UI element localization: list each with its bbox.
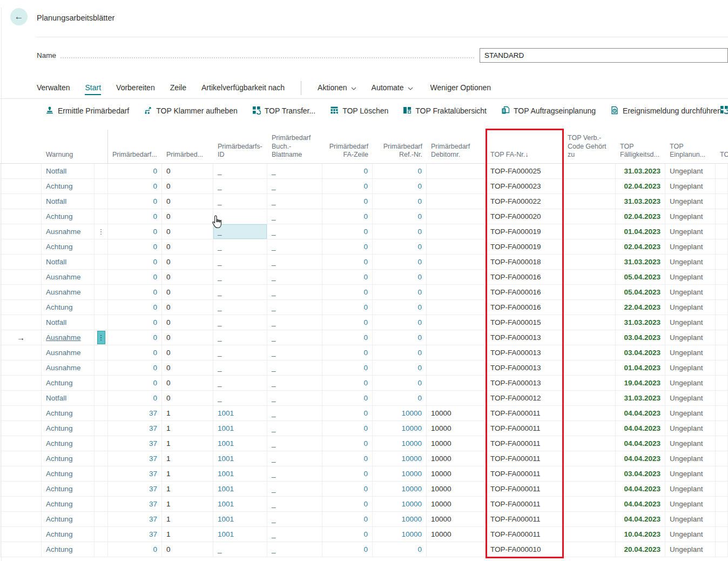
fa_nr-cell[interactable]: TOP-FA000019 [486,224,563,239]
id-cell[interactable]: _ [213,345,267,360]
id-cell[interactable]: 1001 [213,512,267,527]
menu-tab-zeile[interactable]: Zeile [170,83,186,95]
cut-cell[interactable] [716,436,728,451]
row-menu-cell[interactable] [95,300,108,315]
einplanung-cell[interactable]: Ungeplant [665,527,716,542]
faellig-cell[interactable]: 03.04.2023 [616,330,665,345]
bedarf1-cell[interactable]: 0 [108,270,162,285]
buch-cell[interactable]: _ [267,360,322,376]
warnung-cell[interactable]: Achtung [42,406,95,421]
faellig-cell[interactable]: 05.04.2023 [616,270,665,285]
ref_nr-cell[interactable]: 0 [373,285,427,300]
fa_nr-cell[interactable]: TOP-FA000010 [486,542,563,557]
row-menu-button[interactable]: ⋮ [97,331,105,344]
row-menu-cell[interactable] [95,466,108,482]
id-cell[interactable]: _ [213,542,267,557]
fa_zeile-cell[interactable]: 0 [322,300,373,315]
ref_nr-cell[interactable]: 0 [373,270,427,285]
bedarf2-cell[interactable]: 0 [162,315,213,330]
debitor-cell[interactable] [427,360,486,376]
verb-code-cell[interactable] [563,194,616,209]
faellig-cell[interactable]: 31.03.2023 [616,255,665,270]
cut-cell[interactable] [716,270,728,285]
fa_zeile-cell[interactable]: 0 [322,345,373,360]
fa_zeile-cell[interactable]: 0 [322,164,373,179]
fa_zeile-cell[interactable]: 0 [322,497,373,512]
id-cell[interactable]: _ [213,376,267,391]
einplanung-cell[interactable]: Ungeplant [665,315,716,330]
debitor-cell[interactable]: 10000 [427,421,486,436]
row-menu-button[interactable]: ⋮ [98,228,105,236]
debitor-cell[interactable] [427,300,486,315]
warnung-cell[interactable]: Achtung [42,482,95,497]
einplanung-cell[interactable]: Ungeplant [665,224,716,239]
id-cell[interactable]: _ [213,285,267,300]
bedarf2-cell[interactable]: 1 [162,527,213,542]
row-marker-cell[interactable] [0,315,42,330]
toolbar-button-7[interactable]: Ereignismeldung durchführen... [610,106,728,116]
id-cell[interactable]: _ [213,300,267,315]
verb-code-cell[interactable] [563,406,616,421]
fa_nr-cell[interactable]: TOP-FA000011 [486,436,563,451]
verb-code-cell[interactable] [563,239,616,255]
ref_nr-cell[interactable]: 0 [373,255,427,270]
debitor-cell[interactable] [427,391,486,406]
faellig-cell[interactable]: 04.04.2023 [616,482,665,497]
einplanung-cell[interactable]: Ungeplant [665,376,716,391]
verb-code-cell[interactable] [563,512,616,527]
id-cell[interactable]: _ [213,164,267,179]
einplanung-cell[interactable]: Ungeplant [665,542,716,557]
bedarf2-cell[interactable]: 1 [162,497,213,512]
bedarf2-cell[interactable]: 0 [162,194,213,209]
ref_nr-cell[interactable]: 0 [373,360,427,376]
column-header-dots[interactable] [95,130,108,164]
cut-cell[interactable] [716,315,728,330]
column-header-cut[interactable]: TOP [716,130,728,164]
verb-code-cell[interactable] [563,542,616,557]
einplanung-cell[interactable]: Ungeplant [665,239,716,255]
fa_zeile-cell[interactable]: 0 [322,482,373,497]
warnung-cell[interactable]: Notfall [42,391,95,406]
ref_nr-cell[interactable]: 0 [373,239,427,255]
id-cell[interactable]: 1001 [213,497,267,512]
row-marker-cell[interactable] [0,300,42,315]
faellig-cell[interactable]: 01.04.2023 [616,360,665,376]
row-menu-cell[interactable] [95,345,108,360]
cut-cell[interactable] [716,406,728,421]
debitor-cell[interactable]: 10000 [427,527,486,542]
warnung-cell[interactable]: Ausnahme [42,224,95,239]
faellig-cell[interactable]: 04.04.2023 [616,451,665,466]
cut-cell[interactable] [716,164,728,179]
einplanung-cell[interactable]: Ungeplant [665,497,716,512]
column-header-buch[interactable]: Primärbedarf Buch.-Blattname [267,130,322,164]
ref_nr-cell[interactable]: 0 [373,391,427,406]
buch-cell[interactable]: _ [267,224,322,239]
column-header-ref_nr[interactable]: Primärbedarf Ref.-Nr. [373,130,427,164]
faellig-cell[interactable]: 02.04.2023 [616,209,665,224]
buch-cell[interactable]: _ [267,315,322,330]
bedarf2-cell[interactable]: 1 [162,436,213,451]
menu-tab-verwalten[interactable]: Verwalten [37,83,70,95]
buch-cell[interactable]: _ [267,194,322,209]
bedarf1-cell[interactable]: 37 [108,436,162,451]
column-header-verb[interactable]: TOP Verb.-Code Gehört zu [563,130,616,164]
einplanung-cell[interactable]: Ungeplant [665,360,716,376]
bedarf1-cell[interactable]: 0 [108,194,162,209]
einplanung-cell[interactable]: Ungeplant [665,421,716,436]
verb-code-cell[interactable] [563,466,616,482]
buch-cell[interactable]: _ [267,497,322,512]
warnung-cell[interactable]: Achtung [42,497,95,512]
faellig-cell[interactable]: 01.04.2023 [616,224,665,239]
verb-code-cell[interactable] [563,497,616,512]
fa_nr-cell[interactable]: TOP-FA000011 [486,497,563,512]
debitor-cell[interactable] [427,255,486,270]
fa_zeile-cell[interactable]: 0 [322,330,373,345]
row-marker-cell[interactable] [0,179,42,194]
id-cell[interactable]: _ [213,391,267,406]
fa_zeile-cell[interactable]: 0 [322,406,373,421]
fa_zeile-cell[interactable]: 0 [322,315,373,330]
id-cell[interactable]: _ [213,194,267,209]
warnung-cell[interactable]: Achtung [42,300,95,315]
row-marker-cell[interactable] [0,255,42,270]
warnung-cell[interactable]: Notfall [42,164,95,179]
